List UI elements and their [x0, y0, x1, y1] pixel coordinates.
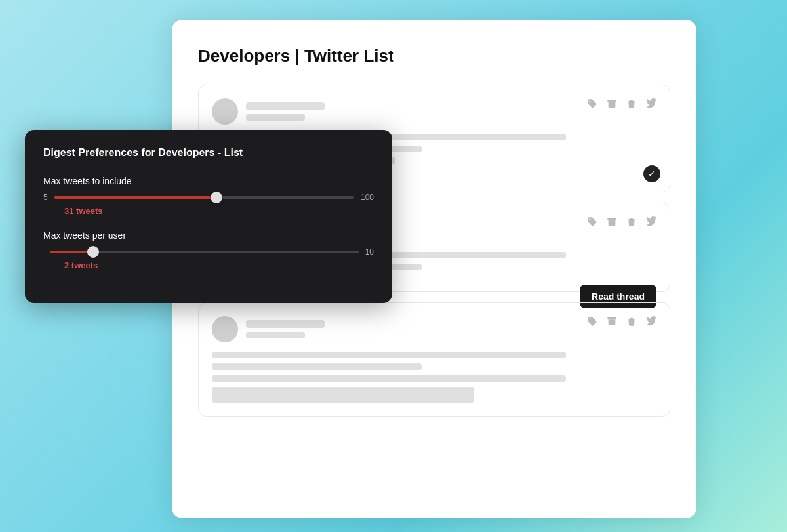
max-tweets-thumb[interactable] [211, 192, 222, 203]
content-skeleton [212, 375, 566, 382]
tweet-actions [587, 98, 656, 111]
archive-icon[interactable] [607, 316, 617, 329]
digest-panel-title: Digest Preferences for Developers - List [43, 147, 374, 159]
max-per-user-value: 2 tweets [64, 260, 374, 270]
avatar [212, 98, 238, 125]
author-name-skeleton [246, 102, 325, 110]
content-skeleton [212, 387, 474, 403]
svg-rect-4 [607, 317, 616, 319]
author-handle-skeleton [246, 114, 305, 121]
page-title: Developers | Twitter List [198, 46, 670, 66]
max-per-user-thumb[interactable] [87, 246, 99, 258]
twitter-icon[interactable] [646, 316, 656, 329]
content-skeleton [212, 352, 566, 358]
max-tweets-track [54, 196, 354, 199]
author-handle-skeleton [246, 332, 305, 338]
svg-rect-2 [607, 218, 616, 220]
archive-icon[interactable] [607, 216, 617, 229]
svg-rect-0 [607, 100, 616, 102]
avatar [212, 316, 238, 342]
author-info [246, 320, 325, 338]
tweet-actions [587, 316, 656, 329]
max-per-user-row: Max tweets per user 10 2 tweets [43, 230, 374, 270]
tweet-author [212, 316, 325, 342]
max-per-user-slider-container: 10 [43, 247, 374, 256]
content-skeleton [212, 363, 422, 370]
tweet-card [198, 302, 670, 417]
max-tweets-value: 31 tweets [64, 206, 374, 216]
archive-icon[interactable] [607, 98, 617, 111]
twitter-icon[interactable] [646, 216, 656, 229]
author-info [246, 102, 325, 121]
delete-icon[interactable] [626, 316, 637, 329]
delete-icon[interactable] [626, 216, 637, 229]
max-per-user-label: Max tweets per user [43, 230, 374, 241]
max-tweets-slider-container: 5 100 [43, 193, 374, 202]
tweet-author [212, 98, 325, 125]
tweet-actions [587, 216, 656, 229]
max-tweets-fill [54, 196, 216, 199]
author-name-skeleton [246, 320, 325, 328]
tag-icon[interactable] [587, 98, 597, 111]
delete-icon[interactable] [626, 98, 637, 111]
max-tweets-min: 5 [43, 193, 48, 202]
tweet-body [212, 352, 656, 403]
max-tweets-row: Max tweets to include 5 100 31 tweets [43, 176, 374, 216]
checkmark-icon: ✓ [643, 165, 660, 182]
max-tweets-max: 100 [361, 193, 374, 202]
max-per-user-max: 10 [365, 247, 374, 256]
max-per-user-track [50, 251, 359, 253]
tweet-header [212, 98, 656, 125]
max-tweets-label: Max tweets to include [43, 176, 374, 186]
tweet-header [212, 316, 656, 342]
tag-icon[interactable] [587, 216, 597, 229]
tag-icon[interactable] [587, 316, 597, 329]
twitter-icon[interactable] [646, 98, 656, 111]
digest-panel: Digest Preferences for Developers - List… [25, 130, 392, 303]
